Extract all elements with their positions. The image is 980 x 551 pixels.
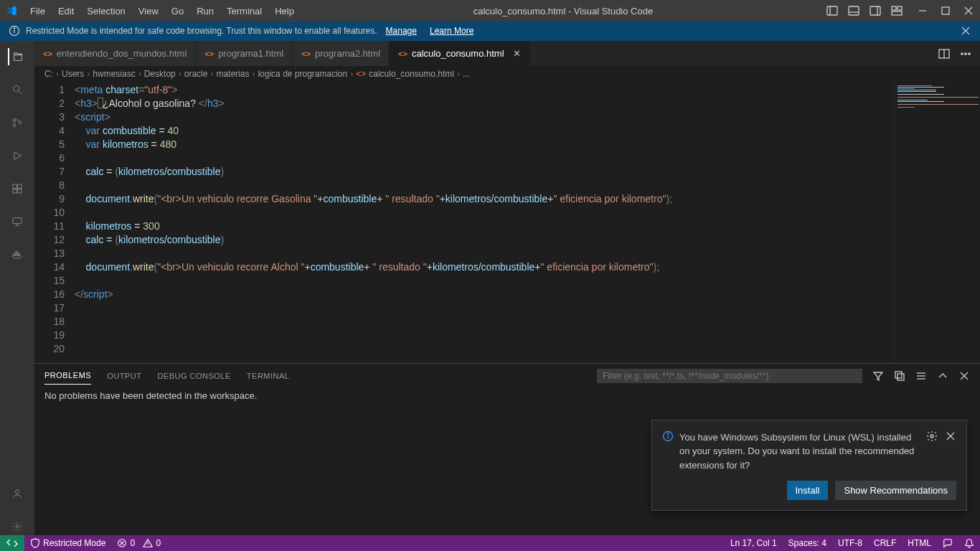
cursor-position[interactable]: Ln 17, Col 1 (725, 538, 783, 548)
tab-calculo-consumo[interactable]: <>calculo_consumo.html✕ (390, 41, 529, 66)
minimap[interactable] (894, 82, 980, 363)
view-as-list-icon[interactable] (915, 370, 927, 382)
panel-tab-debug-console[interactable]: DEBUG CONSOLE (157, 367, 230, 385)
title-bar: File Edit Selection View Go Run Terminal… (0, 0, 980, 22)
install-button[interactable]: Install (787, 481, 829, 500)
remote-explorer-icon[interactable] (9, 213, 26, 230)
menu-selection[interactable]: Selection (81, 3, 131, 19)
menu-view[interactable]: View (133, 3, 164, 19)
svg-point-15 (14, 28, 14, 29)
indentation-status[interactable]: Spaces: 4 (783, 538, 832, 548)
close-icon[interactable] (963, 5, 974, 17)
svg-rect-2 (849, 6, 859, 15)
svg-rect-0 (827, 6, 837, 15)
status-bar: Restricted Mode 0 0 Ln 17, Col 1 Spaces:… (0, 535, 980, 551)
filter-icon[interactable] (872, 370, 884, 382)
svg-point-35 (16, 525, 19, 528)
extensions-icon[interactable] (9, 180, 26, 197)
svg-rect-26 (18, 189, 22, 193)
settings-gear-icon[interactable] (9, 518, 26, 535)
editor-tabs: <>entendiendo_dos_mundos.html <>programa… (34, 41, 980, 66)
docker-icon[interactable] (9, 246, 26, 263)
toast-close-icon[interactable] (945, 430, 956, 442)
svg-point-51 (930, 435, 933, 438)
problems-body: No problems have been detected in the wo… (34, 387, 980, 404)
svg-point-20 (13, 118, 15, 121)
source-control-icon[interactable] (9, 114, 26, 131)
svg-rect-6 (892, 6, 896, 10)
learn-more-link[interactable]: Learn More (430, 26, 473, 36)
toggle-primary-sidebar-icon[interactable] (826, 5, 838, 17)
svg-point-18 (14, 86, 19, 92)
info-icon (662, 430, 674, 442)
tab-programa1[interactable]: <>programa1.html (196, 41, 293, 66)
tab-programa2[interactable]: <>programa2.html (293, 41, 390, 66)
code-content[interactable]: <meta charset="utf-8"> <h3>¿Alcohol o ga… (75, 82, 980, 363)
panel-tab-problems[interactable]: PROBLEMS (44, 367, 91, 385)
svg-rect-42 (897, 374, 904, 380)
svg-point-38 (961, 52, 963, 54)
tab-entendiendo[interactable]: <>entendiendo_dos_mundos.html (34, 41, 196, 66)
collapse-all-icon[interactable] (894, 370, 905, 382)
svg-rect-10 (942, 7, 949, 14)
problems-status[interactable]: 0 0 (111, 538, 166, 548)
maximize-panel-icon[interactable] (937, 370, 948, 382)
svg-rect-23 (13, 184, 17, 188)
html-file-icon: <> (398, 50, 407, 58)
menu-help[interactable]: Help (269, 3, 300, 19)
code-editor[interactable]: 1234567891011121314151617181920 <meta ch… (34, 82, 980, 363)
svg-rect-32 (18, 254, 20, 256)
toggle-secondary-sidebar-icon[interactable] (870, 5, 881, 17)
manage-link[interactable]: Manage (386, 26, 417, 36)
remote-indicator[interactable] (0, 535, 24, 551)
svg-point-50 (667, 433, 668, 434)
activity-bar (0, 41, 34, 535)
encoding-status[interactable]: UTF-8 (832, 538, 868, 548)
svg-rect-41 (895, 372, 902, 378)
svg-point-39 (965, 52, 966, 54)
svg-rect-24 (18, 184, 22, 188)
more-actions-icon[interactable] (960, 48, 971, 60)
accounts-icon[interactable] (9, 485, 26, 502)
svg-point-40 (969, 52, 970, 54)
svg-rect-25 (13, 189, 17, 193)
html-file-icon: <> (301, 50, 311, 58)
gear-icon[interactable] (926, 430, 938, 442)
menu-run[interactable]: Run (191, 3, 220, 19)
split-editor-icon[interactable] (938, 48, 950, 60)
language-status[interactable]: HTML (902, 538, 937, 548)
panel-tab-terminal[interactable]: TERMINAL (247, 367, 290, 385)
svg-rect-31 (16, 254, 18, 256)
toggle-panel-icon[interactable] (848, 5, 859, 17)
svg-rect-27 (13, 218, 22, 224)
search-icon[interactable] (9, 81, 26, 98)
svg-line-19 (19, 91, 22, 94)
eol-status[interactable]: CRLF (868, 538, 902, 548)
customize-layout-icon[interactable] (891, 5, 903, 17)
panel-tab-output[interactable]: OUTPUT (107, 367, 141, 385)
close-panel-icon[interactable] (958, 370, 970, 382)
menu-edit[interactable]: Edit (52, 3, 80, 19)
tab-close-icon[interactable]: ✕ (513, 48, 521, 59)
svg-rect-30 (14, 254, 16, 256)
banner-close-icon[interactable] (960, 25, 971, 37)
minimize-icon[interactable] (917, 5, 928, 17)
feedback-icon[interactable] (937, 538, 958, 548)
show-recommendations-button[interactable]: Show Recommendations (835, 481, 956, 500)
restricted-mode-status[interactable]: Restricted Mode (24, 538, 111, 548)
line-numbers: 1234567891011121314151617181920 (34, 82, 75, 363)
notifications-icon[interactable] (958, 538, 980, 548)
editor-area: <>entendiendo_dos_mundos.html <>programa… (34, 41, 980, 535)
explorer-icon[interactable] (8, 48, 25, 65)
maximize-icon[interactable] (940, 5, 951, 17)
problems-filter-input[interactable] (597, 369, 862, 383)
wsl-recommendation-toast: You have Windows Subsystem for Linux (WS… (651, 420, 967, 512)
menu-go[interactable]: Go (166, 3, 189, 19)
menu-file[interactable]: File (24, 3, 51, 19)
svg-rect-4 (870, 6, 880, 15)
breadcrumb[interactable]: C:› Users› hwmesiasc› Desktop› oracle› m… (34, 66, 980, 82)
menu-terminal[interactable]: Terminal (221, 3, 268, 19)
run-debug-icon[interactable] (9, 147, 26, 164)
toast-message: You have Windows Subsystem for Linux (WS… (679, 430, 920, 473)
restricted-mode-banner: Restricted Mode is intended for safe cod… (0, 22, 980, 41)
